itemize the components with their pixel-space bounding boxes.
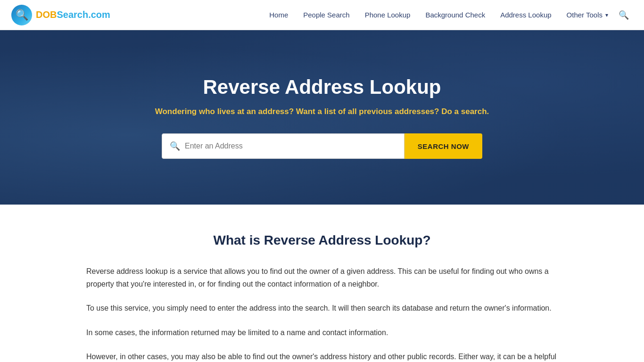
main-content: What is Reverse Address Lookup? Reverse … [39,205,605,362]
paragraph-4: However, in other cases, you may also be… [86,350,558,362]
nav-item-people-search[interactable]: People Search [297,7,356,23]
paragraph-2: To use this service, you simply need to … [86,302,558,314]
nav-item-other-tools[interactable]: Other Tools ▾ [560,7,615,23]
nav-item-address-lookup[interactable]: Address Lookup [494,7,558,23]
search-input-icon: 🔍 [170,141,180,151]
search-now-button[interactable]: SEARCH NOW [405,133,482,159]
hero-subtitle: Wondering who lives at an address? Want … [155,107,489,116]
nav-menu: Home People Search Phone Lookup Backgrou… [263,7,615,23]
nav-item-background-check[interactable]: Background Check [419,7,492,23]
paragraph-3: In some cases, the information returned … [86,326,558,339]
section-title: What is Reverse Address Lookup? [86,233,558,248]
search-bar: 🔍 SEARCH NOW [162,133,482,159]
logo-icon: 🔍 [11,5,32,25]
search-icon[interactable]: 🔍 [615,6,633,24]
hero-section: Reverse Address Lookup Wondering who liv… [0,30,644,205]
address-search-input[interactable] [185,142,396,150]
logo-link[interactable]: 🔍 DOBSearch.com [11,5,110,25]
navbar: 🔍 DOBSearch.com Home People Search Phone… [0,0,644,30]
nav-item-phone-lookup[interactable]: Phone Lookup [358,7,417,23]
hero-title: Reverse Address Lookup [203,76,441,99]
chevron-down-icon: ▾ [605,12,608,18]
search-input-wrap: 🔍 [162,133,405,159]
logo-text: DOBSearch.com [36,9,110,20]
nav-item-home[interactable]: Home [263,7,295,23]
paragraph-1: Reverse address lookup is a service that… [86,265,558,290]
